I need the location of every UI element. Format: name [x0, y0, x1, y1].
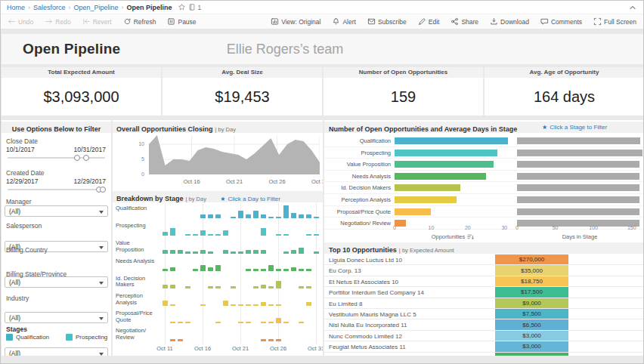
bar-mark[interactable] — [283, 322, 289, 324]
filter-dropdown-billing-state-province[interactable]: (All) — [5, 312, 108, 323]
bar-mark[interactable] — [178, 339, 183, 341]
closing-area-chart[interactable] — [149, 135, 320, 177]
bar-mark[interactable] — [261, 285, 266, 288]
bar-mark[interactable] — [170, 285, 175, 288]
bar-mark[interactable] — [291, 213, 296, 219]
bar-mark[interactable] — [193, 234, 198, 236]
close-date-slider[interactable] — [8, 157, 105, 159]
toolbar-button-redo[interactable]: Redo — [45, 17, 70, 26]
toolbar-button-edit[interactable]: Edit — [418, 17, 440, 26]
filter-dropdown-industry[interactable]: (All) — [5, 347, 108, 356]
bar-mark[interactable] — [200, 214, 206, 218]
opportunities-bar-mark[interactable] — [395, 173, 486, 180]
bar-mark[interactable] — [261, 269, 266, 271]
bar-mark[interactable] — [306, 234, 311, 236]
bar-mark[interactable] — [253, 286, 259, 288]
bar-mark[interactable] — [238, 322, 243, 324]
bar-mark[interactable] — [306, 214, 311, 218]
table-row[interactable]: Nunc Commodo Limited 12$3,000 — [324, 331, 644, 341]
bar-mark[interactable] — [193, 251, 198, 254]
days-bar-mark[interactable] — [517, 184, 639, 191]
days-bar-mark[interactable] — [517, 161, 639, 168]
bar-mark[interactable] — [268, 217, 274, 219]
close-date-slider-handle-end[interactable] — [83, 155, 89, 161]
bar-mark[interactable] — [299, 248, 304, 254]
bar-mark[interactable] — [306, 269, 311, 271]
bar-mark[interactable] — [170, 267, 175, 271]
table-row[interactable]: Vestibulum Mauris Magna LLC 5$7,500 — [324, 309, 644, 319]
filter-dropdown-manager[interactable]: (All) — [5, 205, 108, 217]
days-bar-mark[interactable] — [517, 208, 639, 215]
created-date-slider[interactable] — [8, 189, 105, 190]
toolbar-button-refresh[interactable]: Refresh — [123, 17, 156, 26]
toolbar-button-download[interactable]: Download — [490, 17, 529, 26]
bar-mark[interactable] — [299, 322, 304, 324]
bar-mark[interactable] — [163, 301, 168, 307]
bar-mark[interactable] — [268, 339, 274, 341]
table-row[interactable]: Nisl Nulla Eu Incorporated 11$6,500 — [324, 319, 644, 330]
bar-mark[interactable] — [268, 265, 274, 271]
bar-mark[interactable] — [276, 217, 281, 219]
bar-mark[interactable] — [193, 269, 198, 271]
table-row[interactable]: Viverra Donec Tempus Industries 15$1,000 — [324, 353, 644, 356]
table-row[interactable]: Eu Corp. 13$35,000 — [324, 265, 644, 276]
legend-item-prospecting[interactable]: Prospecting — [66, 334, 107, 341]
bar-mark[interactable] — [163, 269, 168, 271]
bar-mark[interactable] — [170, 322, 175, 324]
table-row[interactable]: Porttitor Interdum Sed Company 14$17,500 — [324, 287, 644, 298]
bar-mark[interactable] — [215, 286, 221, 288]
bar-mark[interactable] — [185, 251, 190, 254]
opportunities-bar-mark[interactable] — [395, 137, 508, 144]
bar-mark[interactable] — [283, 251, 289, 254]
table-row[interactable]: Feugiat Metus Associates 11$3,000 — [324, 341, 644, 352]
bar-mark[interactable] — [208, 234, 213, 236]
breadcrumb-link[interactable]: Salesforce — [33, 4, 66, 11]
bar-mark[interactable] — [246, 250, 251, 254]
bar-mark[interactable] — [185, 322, 190, 324]
legend-item-qualification[interactable]: Qualification — [6, 334, 49, 341]
bar-mark[interactable] — [163, 285, 168, 288]
bar-mark[interactable] — [253, 250, 259, 254]
bar-mark[interactable] — [231, 217, 236, 219]
filter-dropdown-billing-country[interactable]: (All) — [5, 276, 108, 288]
bar-mark[interactable] — [246, 322, 251, 324]
bar-mark[interactable] — [170, 304, 175, 307]
bar-mark[interactable] — [276, 234, 281, 236]
bar-mark[interactable] — [178, 250, 183, 254]
days-bar-mark[interactable] — [517, 220, 639, 227]
bar-mark[interactable] — [170, 339, 175, 341]
opportunities-bar-mark[interactable] — [395, 184, 460, 191]
bar-mark[interactable] — [276, 304, 281, 307]
bar-mark[interactable] — [283, 234, 289, 236]
bar-mark[interactable] — [215, 322, 221, 324]
toolbar-button-full-screen[interactable]: Full Screen — [593, 17, 636, 26]
bar-mark[interactable] — [268, 286, 274, 288]
bar-mark[interactable] — [253, 211, 259, 218]
bar-mark[interactable] — [314, 251, 319, 254]
toolbar-button-view-original[interactable]: View: Original — [271, 17, 320, 26]
bar-mark[interactable] — [170, 228, 175, 236]
bar-mark[interactable] — [208, 251, 213, 254]
toolbar-button-share[interactable]: Share — [450, 17, 478, 26]
bar-mark[interactable] — [246, 269, 251, 271]
bar-mark[interactable] — [231, 286, 236, 288]
bar-mark[interactable] — [283, 269, 289, 271]
bar-mark[interactable] — [208, 214, 213, 218]
bar-mark[interactable] — [208, 286, 213, 288]
bar-mark[interactable] — [223, 250, 228, 254]
bar-mark[interactable] — [185, 286, 190, 288]
toolbar-button-undo[interactable]: Undo — [8, 17, 33, 26]
bar-mark[interactable] — [215, 234, 221, 236]
table-row[interactable]: Et Netus Et Associates 10$18,750 — [324, 276, 644, 287]
bar-mark[interactable] — [163, 250, 168, 254]
bar-mark[interactable] — [306, 286, 311, 288]
bar-mark[interactable] — [200, 304, 206, 307]
toolbar-button-subscribe[interactable]: Subscribe — [367, 17, 407, 26]
bar-mark[interactable] — [215, 265, 221, 271]
bar-mark[interactable] — [238, 251, 243, 254]
bar-mark[interactable] — [246, 304, 251, 307]
bar-mark[interactable] — [238, 211, 243, 218]
bar-mark[interactable] — [261, 302, 266, 306]
bar-mark[interactable] — [291, 267, 296, 271]
bar-mark[interactable] — [231, 251, 236, 254]
